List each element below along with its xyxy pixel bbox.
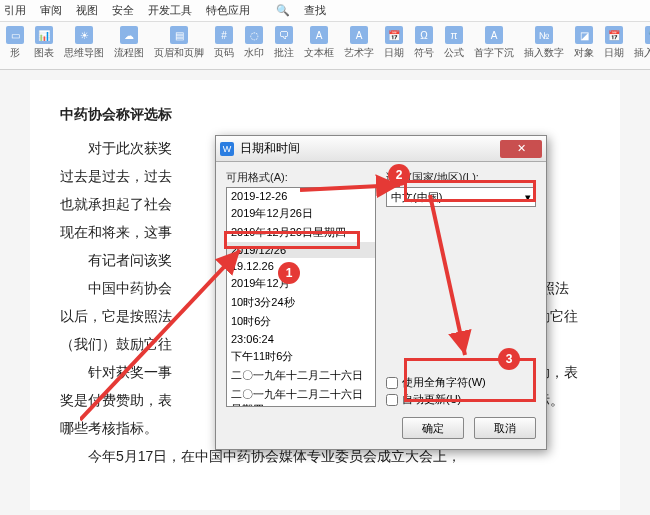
- search-label[interactable]: 查找: [304, 3, 326, 18]
- shape-icon: ▭: [6, 26, 24, 44]
- tool-dropcap[interactable]: A首字下沉: [474, 26, 514, 60]
- tool-watermark[interactable]: ◌水印: [244, 26, 264, 60]
- chart-icon: 📊: [35, 26, 53, 44]
- ok-button[interactable]: 确定: [402, 417, 464, 439]
- format-item[interactable]: 二〇一九年十二月二十六日星期四: [227, 385, 375, 407]
- fullwidth-checkbox[interactable]: [386, 377, 398, 389]
- pagenum-icon: #: [215, 26, 233, 44]
- mindmap-icon: ☀: [75, 26, 93, 44]
- object-icon: ◪: [575, 26, 593, 44]
- tool-date2[interactable]: 📅日期: [604, 26, 624, 60]
- online-icon: ☁: [120, 26, 138, 44]
- doc-title: 中药协会称评选标: [60, 100, 590, 128]
- search-icon[interactable]: 🔍: [276, 4, 290, 17]
- wordart-icon: A: [350, 26, 368, 44]
- tool-attach[interactable]: 📎插入附件: [634, 26, 650, 60]
- dialog-title-text: 日期和时间: [240, 140, 300, 157]
- tool-textbox[interactable]: A文本框: [304, 26, 334, 60]
- tool-comment[interactable]: 🗨批注: [274, 26, 294, 60]
- format-item[interactable]: 2019年12月26日: [227, 204, 375, 223]
- app-icon: W: [220, 142, 234, 156]
- tool-header[interactable]: ▤页眉和页脚: [154, 26, 204, 60]
- chevron-down-icon: ▾: [525, 191, 531, 204]
- tab-tese[interactable]: 特色应用: [206, 3, 250, 18]
- toolbar: ▭形 📊图表 ☀思维导图 ☁流程图 ▤页眉和页脚 #页码 ◌水印 🗨批注 A文本…: [0, 22, 650, 70]
- autoupdate-checkbox[interactable]: [386, 394, 398, 406]
- textbox-icon: A: [310, 26, 328, 44]
- tab-anquan[interactable]: 安全: [112, 3, 134, 18]
- format-item[interactable]: 下午11时6分: [227, 347, 375, 366]
- format-item[interactable]: 10时3分24秒: [227, 293, 375, 312]
- tool-symbol[interactable]: Ω符号: [414, 26, 434, 60]
- tool-online[interactable]: ☁流程图: [114, 26, 144, 60]
- language-value: 中文(中国): [391, 190, 442, 205]
- tab-yinyong[interactable]: 引用: [4, 3, 26, 18]
- tool-shape[interactable]: ▭形: [6, 26, 24, 60]
- format-item[interactable]: 二〇一九年十二月二十六日: [227, 366, 375, 385]
- header-icon: ▤: [170, 26, 188, 44]
- dialog-titlebar[interactable]: W 日期和时间 ✕: [216, 136, 546, 162]
- format-item-selected[interactable]: 2019/12/26: [227, 242, 375, 258]
- format-item[interactable]: 19.12.26: [227, 258, 375, 274]
- fullwidth-checkbox-row[interactable]: 使用全角字符(W): [386, 375, 536, 390]
- tool-pagenum[interactable]: #页码: [214, 26, 234, 60]
- equation-icon: π: [445, 26, 463, 44]
- autoupdate-checkbox-row[interactable]: 自动更新(U): [386, 392, 536, 407]
- tool-mindmap[interactable]: ☀思维导图: [64, 26, 104, 60]
- language-label: 语言(国家/地区)(L):: [386, 170, 536, 185]
- fullwidth-label: 使用全角字符(W): [402, 375, 486, 390]
- tab-kaifa[interactable]: 开发工具: [148, 3, 192, 18]
- cancel-button[interactable]: 取消: [474, 417, 536, 439]
- date-time-dialog: W 日期和时间 ✕ 可用格式(A): 2019-12-26 2019年12月26…: [215, 135, 547, 450]
- attach-icon: 📎: [645, 26, 650, 44]
- ribbon-tabs: 引用 审阅 视图 安全 开发工具 特色应用 🔍 查找: [0, 0, 650, 22]
- tool-wordart[interactable]: A艺术字: [344, 26, 374, 60]
- close-button[interactable]: ✕: [500, 140, 542, 158]
- tab-shenyue[interactable]: 审阅: [40, 3, 62, 18]
- watermark-icon: ◌: [245, 26, 263, 44]
- format-item[interactable]: 10时6分: [227, 312, 375, 331]
- tool-object[interactable]: ◪对象: [574, 26, 594, 60]
- format-list[interactable]: 2019-12-26 2019年12月26日 2019年12月26日星期四 20…: [226, 187, 376, 407]
- format-item[interactable]: 23:06:24: [227, 331, 375, 347]
- tool-chart[interactable]: 📊图表: [34, 26, 54, 60]
- autoupdate-label: 自动更新(U): [402, 392, 461, 407]
- symbol-icon: Ω: [415, 26, 433, 44]
- date-icon: 📅: [385, 26, 403, 44]
- tab-shitu[interactable]: 视图: [76, 3, 98, 18]
- tool-number[interactable]: №插入数字: [524, 26, 564, 60]
- format-item[interactable]: 2019年12月26日星期四: [227, 223, 375, 242]
- date2-icon: 📅: [605, 26, 623, 44]
- tool-date[interactable]: 📅日期: [384, 26, 404, 60]
- language-select[interactable]: 中文(中国) ▾: [386, 187, 536, 207]
- number-icon: №: [535, 26, 553, 44]
- tool-equation[interactable]: π公式: [444, 26, 464, 60]
- comment-icon: 🗨: [275, 26, 293, 44]
- dropcap-icon: A: [485, 26, 503, 44]
- format-label: 可用格式(A):: [226, 170, 376, 185]
- format-item[interactable]: 2019-12-26: [227, 188, 375, 204]
- format-item[interactable]: 2019年12月: [227, 274, 375, 293]
